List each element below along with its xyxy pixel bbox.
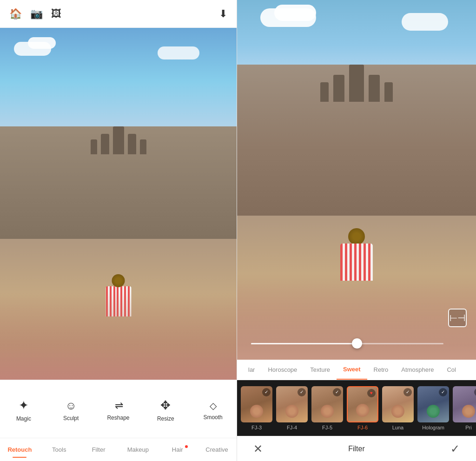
- tower-tall-center: [113, 126, 124, 154]
- filter-label-prisma: Pri: [465, 425, 471, 430]
- left-header: 🏠 📷 🖼 ⬇: [0, 0, 237, 28]
- magic-label: Magic: [16, 415, 31, 422]
- compare-icon-symbol: ⊢⊣: [450, 312, 465, 323]
- tab-row: Retouch Tools Filter Makeup Hair Creativ…: [0, 438, 237, 461]
- r-cloud-2: [274, 5, 316, 21]
- filter-item-luna[interactable]: ✓ Luna: [381, 386, 415, 430]
- reshape-label: Reshape: [107, 415, 129, 421]
- filter-face-fj5: [321, 405, 334, 418]
- filter-face-luna: [391, 405, 404, 418]
- r-tower-mid-left: [333, 75, 344, 102]
- filter-face-fj4: [285, 405, 298, 418]
- filter-thumb-img-fj5: ✓: [311, 386, 343, 422]
- filter-item-fj5[interactable]: ✓ FJ-5: [311, 386, 344, 430]
- temple-towers: [91, 126, 146, 154]
- slider-track: [251, 343, 443, 344]
- tab-retouch[interactable]: Retouch: [0, 441, 40, 458]
- filter-label-fj5: FJ-5: [322, 425, 332, 430]
- tower-sm-right: [140, 139, 146, 154]
- filter-item-fj4[interactable]: ✓ FJ-4: [275, 386, 309, 430]
- filter-check-luna: ✓: [403, 388, 412, 396]
- smooth-icon: ◇: [210, 400, 217, 411]
- filter-thumbnails-row: ✓ FJ-3 ✓ FJ-4 ✓ FJ-5 ♥: [237, 380, 476, 436]
- filter-thumb-img-luna: ✓: [382, 386, 414, 422]
- tower-sm-left: [91, 139, 97, 154]
- slider-fill: [251, 343, 357, 344]
- filter-category-bar: lar Horoscope Texture Sweet Retro Atmosp…: [237, 360, 476, 380]
- filter-cat-col[interactable]: Col: [440, 360, 463, 380]
- tab-filter[interactable]: Filter: [79, 441, 119, 458]
- filter-check-fj3: ✓: [262, 388, 271, 396]
- r-temple-towers: [320, 65, 393, 102]
- magic-tool[interactable]: ✦ Magic: [7, 398, 40, 422]
- filter-item-hologram[interactable]: ✓ Hologram: [416, 386, 450, 430]
- filter-check-prisma: ✓: [474, 388, 476, 396]
- r-woman-body: [340, 244, 373, 281]
- filter-face-prisma: [462, 405, 475, 418]
- left-bottom-toolbar: ✦ Magic ☺ Sculpt ⇌ Reshape ✥ Resize ◇ Sm…: [0, 380, 237, 461]
- magic-icon: ✦: [19, 398, 29, 413]
- filter-action-bar: ✕ Filter ✓: [237, 436, 476, 461]
- filter-confirm-button[interactable]: ✓: [448, 440, 462, 458]
- cloud-2: [28, 37, 56, 49]
- r-temple: [237, 65, 476, 230]
- tab-makeup[interactable]: Makeup: [118, 441, 158, 458]
- camera-icon[interactable]: 📷: [30, 8, 43, 20]
- compare-split-icon[interactable]: ⊢⊣: [448, 309, 467, 327]
- sculpt-label: Sculpt: [63, 415, 79, 421]
- filter-cat-sweet[interactable]: Sweet: [337, 360, 367, 380]
- filter-cat-texture[interactable]: Texture: [304, 360, 337, 380]
- filter-cat-horoscope[interactable]: Horoscope: [261, 360, 304, 380]
- tab-creative[interactable]: Creative: [197, 441, 237, 458]
- header-left-icons: 🏠 📷 🖼: [9, 8, 61, 20]
- smooth-tool[interactable]: ◇ Smooth: [197, 400, 229, 421]
- filter-strength-slider[interactable]: [251, 334, 443, 353]
- cloud-3: [158, 46, 199, 59]
- filter-thumb-img-fj4: ✓: [276, 386, 308, 422]
- filter-cat-atmosphere[interactable]: Atmosphere: [395, 360, 440, 380]
- bottom-fade: [0, 292, 237, 380]
- reshape-icon: ⇌: [115, 400, 122, 412]
- filter-check-hologram: ✓: [439, 388, 447, 396]
- filter-face-hologram: [427, 405, 440, 418]
- right-panel: ⊢⊣ lar Horoscope Texture Sweet Retro: [237, 0, 476, 461]
- filter-item-prisma[interactable]: ✓ Pri: [452, 386, 476, 430]
- filter-face-fj6: [356, 404, 369, 417]
- filter-face-fj3: [250, 405, 263, 418]
- gallery-icon[interactable]: 🖼: [51, 8, 61, 20]
- r-woman-head: [348, 228, 365, 245]
- filter-cancel-button[interactable]: ✕: [251, 440, 265, 458]
- home-icon[interactable]: 🏠: [9, 8, 22, 20]
- right-photo: ⊢⊣: [237, 0, 476, 360]
- filter-thumb-img-prisma: ✓: [453, 386, 476, 422]
- resize-label: Resize: [157, 415, 174, 422]
- resize-tool[interactable]: ✥ Resize: [149, 398, 182, 422]
- tools-row: ✦ Magic ☺ Sculpt ⇌ Reshape ✥ Resize ◇ Sm…: [0, 380, 237, 438]
- filter-thumb-img-fj3: ✓: [241, 386, 272, 422]
- left-panel: 🏠 📷 🖼 ⬇: [0, 0, 237, 461]
- filter-check-fj4: ✓: [298, 388, 306, 396]
- resize-icon: ✥: [160, 398, 171, 413]
- r-tower-sm-right: [384, 82, 393, 102]
- sculpt-tool[interactable]: ☺ Sculpt: [55, 399, 87, 421]
- filter-label-fj4: FJ-4: [287, 425, 297, 430]
- filter-item-fj6[interactable]: ♥ FJ-6: [346, 386, 379, 430]
- filter-title: Filter: [348, 445, 365, 453]
- filter-label-luna: Luna: [392, 425, 403, 430]
- slider-thumb[interactable]: [352, 338, 362, 349]
- filter-cat-retro[interactable]: Retro: [367, 360, 395, 380]
- filter-item-fj3[interactable]: ✓ FJ-3: [240, 386, 273, 430]
- r-woman: [340, 228, 373, 281]
- tab-tools[interactable]: Tools: [40, 441, 79, 458]
- download-icon[interactable]: ⬇: [219, 8, 227, 20]
- woman-head: [112, 274, 125, 287]
- filter-cat-lar[interactable]: lar: [242, 360, 261, 380]
- right-image-area: ⊢⊣: [237, 0, 476, 360]
- reshape-tool[interactable]: ⇌ Reshape: [102, 400, 134, 421]
- tower-mid-right: [128, 134, 136, 154]
- filter-check-fj6: ♥: [367, 389, 376, 397]
- filter-check-fj5: ✓: [333, 388, 341, 396]
- tab-hair[interactable]: Hair: [158, 441, 197, 458]
- smooth-label: Smooth: [203, 414, 222, 421]
- sculpt-icon: ☺: [65, 399, 77, 412]
